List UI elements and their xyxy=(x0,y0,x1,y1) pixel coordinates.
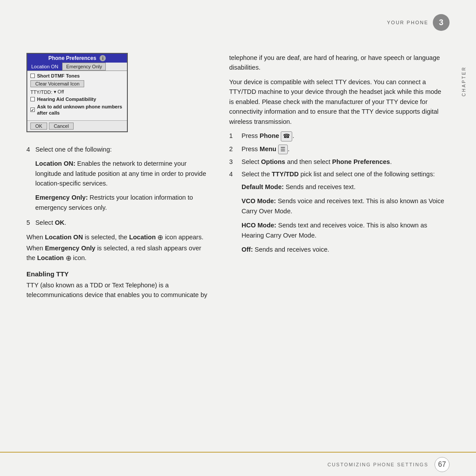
ask-unknown-checkbox[interactable] xyxy=(30,108,35,112)
hearing-aid-row: Hearing Aid Compatibility xyxy=(30,97,124,102)
location-on-block: Location ON: Enables the network to dete… xyxy=(35,159,212,212)
footer-text: CUSTOMIZING PHONE SETTINGS xyxy=(327,462,428,467)
para1: telephone if you are deaf, are hard of h… xyxy=(229,53,445,73)
location-on-term: Location ON: xyxy=(35,160,75,167)
right-step4: 4 Select the TTY/TDD pick list and selec… xyxy=(229,169,445,179)
short-dtmf-row: Short DTMF Tones xyxy=(30,73,124,78)
menu-button-icon: ☰ xyxy=(278,145,288,154)
dialog-footer: OK Cancel xyxy=(27,120,127,131)
phone-button-icon: ☎ xyxy=(281,131,292,141)
hco-mode: HCO Mode: Sends text and receives voice.… xyxy=(242,220,445,240)
chapter-vertical-label: CHAPTER xyxy=(461,66,466,97)
when-location-on-para: When Location ON is selected, the Locati… xyxy=(26,232,212,264)
tab-location-on[interactable]: Location ON xyxy=(27,63,62,71)
tty-para: TTY (also known as a TDD or Text Telepho… xyxy=(26,280,212,300)
dialog-title: Phone Preferences i xyxy=(27,54,127,63)
page-footer: CUSTOMIZING PHONE SETTINGS 67 xyxy=(0,452,476,476)
right-step2-num: 2 xyxy=(229,144,236,154)
tab-emergency-only[interactable]: Emergency Only xyxy=(62,63,106,71)
clear-voicemail-button[interactable]: Clear Voicemail Icon xyxy=(30,80,84,87)
ok-button[interactable]: OK xyxy=(30,123,47,130)
step4-number: 4 xyxy=(26,146,30,153)
emergency-only-bold: Emergency Only xyxy=(45,245,95,252)
phone-preferences-dialog: Phone Preferences i Location ON Emergenc… xyxy=(26,53,128,132)
enabling-tty-heading: Enabling TTY xyxy=(26,270,212,278)
cancel-button[interactable]: Cancel xyxy=(49,123,74,130)
location-label: Location xyxy=(129,234,156,241)
right-step3: 3 Select Options and then select Phone P… xyxy=(229,157,445,167)
dialog-tabs: Location ON Emergency Only xyxy=(27,63,127,71)
page-number: 67 xyxy=(435,457,450,472)
dialog-body: Short DTMF Tones Clear Voicemail Icon TT… xyxy=(27,71,127,120)
right-step1: 1 Press Phone ☎. xyxy=(229,131,445,141)
right-step2: 2 Press Menu ☰. xyxy=(229,144,445,154)
mode-descriptions: Default Mode: Sends and receives text. V… xyxy=(242,182,445,255)
chapter-label: YOUR PHONE xyxy=(387,20,428,25)
off-mode: Off: Sends and receives voice. xyxy=(242,245,445,254)
tty-tdd-row: TTY/TDD: ▾ Off xyxy=(30,89,124,95)
right-step3-num: 3 xyxy=(229,157,236,167)
right-column: telephone if you are deaf, are hard of h… xyxy=(229,53,445,441)
right-step4-num: 4 xyxy=(229,169,236,179)
clear-voicemail-row: Clear Voicemail Icon xyxy=(30,80,124,87)
left-column: Phone Preferences i Location ON Emergenc… xyxy=(26,53,212,441)
location-on-bold: Location ON xyxy=(45,234,83,241)
default-mode: Default Mode: Sends and receives text. xyxy=(242,182,445,192)
chapter-number: 3 xyxy=(433,14,450,31)
page-header: YOUR PHONE 3 xyxy=(387,14,450,31)
location-icon-slash: ⊕ xyxy=(66,253,71,264)
step5-label: 5 Select OK. xyxy=(26,218,212,227)
short-dtmf-checkbox[interactable] xyxy=(30,74,35,78)
right-step1-num: 1 xyxy=(229,131,236,141)
step4-label: 4 Select one of the following: xyxy=(26,145,212,154)
para2: Your device is compatible with select TT… xyxy=(229,77,445,126)
step5-number: 5 xyxy=(26,219,30,226)
hearing-aid-checkbox[interactable] xyxy=(30,97,35,101)
info-icon: i xyxy=(100,55,106,61)
emergency-only-term: Emergency Only: xyxy=(35,194,88,201)
vco-mode: VCO Mode: Sends voice and receives text.… xyxy=(242,196,445,216)
location-label2: Location xyxy=(37,254,63,261)
ask-unknown-row: Ask to add unknown phone numbers after c… xyxy=(30,104,124,116)
location-icon: ⊕ xyxy=(157,232,163,243)
main-content: Phone Preferences i Location ON Emergenc… xyxy=(26,53,445,441)
